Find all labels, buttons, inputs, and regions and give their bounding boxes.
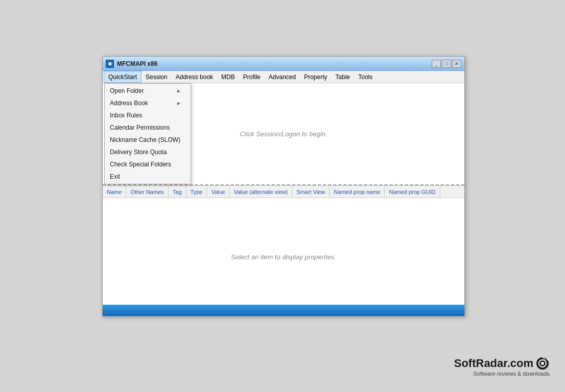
title-bar: ▦ MFCMAPI x86 _ □ ✕ (103, 57, 464, 71)
properties-hint: Select an item to display properties. (231, 253, 336, 261)
menu-quickstart[interactable]: QuickStart Open Folder ▶ Address Book ▶ … (104, 71, 142, 83)
menu-property[interactable]: Property (300, 71, 331, 83)
col-value[interactable]: Value (207, 186, 229, 198)
properties-panel: Name Other Names Tag Type Value (103, 186, 464, 316)
menu-exit[interactable]: Exit (105, 170, 191, 183)
bottom-status-bar (103, 305, 464, 316)
col-value-alt[interactable]: Value (alternate view) (230, 186, 293, 198)
col-smart-view[interactable]: Smart View (292, 186, 329, 198)
menu-calendar-permissions[interactable]: Calendar Permissions (105, 121, 191, 134)
window-title: MFCMAPI x86 (117, 60, 432, 67)
col-named-prop-guid[interactable]: Named prop GUID (385, 186, 440, 198)
svg-point-2 (541, 362, 544, 365)
window-controls: _ □ ✕ (432, 60, 461, 68)
app-icon: ▦ (106, 60, 114, 68)
menu-session[interactable]: Session (142, 71, 172, 83)
submenu-arrow: ▶ (177, 101, 180, 106)
menu-advanced[interactable]: Advanced (265, 71, 300, 83)
col-name[interactable]: Name (103, 186, 126, 198)
close-button[interactable]: ✕ (452, 60, 461, 68)
main-window: ▦ MFCMAPI x86 _ □ ✕ QuickStart Open Fold… (102, 56, 465, 316)
col-tag[interactable]: Tag (169, 186, 186, 198)
menu-address-book-top[interactable]: Address book (172, 71, 217, 83)
menu-mdb[interactable]: MDB (217, 71, 239, 83)
minimize-button[interactable]: _ (432, 60, 441, 68)
page-background: ▦ MFCMAPI x86 _ □ ✕ QuickStart Open Fold… (0, 0, 565, 392)
quickstart-dropdown: Open Folder ▶ Address Book ▶ Inbox Rules… (104, 83, 191, 184)
menu-nickname-cache[interactable]: Nickname Cache (SLOW) (105, 134, 191, 146)
maximize-button[interactable]: □ (442, 60, 451, 68)
softradar-watermark: SoftRadar.com Software reviews & downloa… (454, 356, 550, 377)
menu-tools[interactable]: Tools (354, 71, 376, 83)
softradar-subtitle: Software reviews & downloads (454, 371, 550, 377)
col-type[interactable]: Type (186, 186, 207, 198)
menu-table[interactable]: Table (332, 71, 355, 83)
menu-profile[interactable]: Profile (239, 71, 265, 83)
menu-inbox-rules[interactable]: Inbox Rules (105, 109, 191, 121)
submenu-arrow: ▶ (177, 89, 180, 93)
menu-address-book[interactable]: Address Book ▶ (105, 97, 191, 109)
col-named-prop-name[interactable]: Named prop name (329, 186, 385, 198)
menu-bar: QuickStart Open Folder ▶ Address Book ▶ … (103, 71, 464, 83)
menu-delivery-store-quota[interactable]: Delivery Store Quota (105, 146, 191, 158)
menu-open-folder[interactable]: Open Folder ▶ (105, 85, 191, 97)
softradar-name: SoftRadar.com (454, 357, 533, 370)
col-other-names[interactable]: Other Names (126, 186, 168, 198)
softradar-icon (535, 356, 550, 371)
table-header: Name Other Names Tag Type Value (103, 186, 464, 198)
session-hint: Click Session/Logon to begin. (240, 130, 327, 138)
properties-table-body: Select an item to display properties. (103, 198, 464, 316)
menu-check-special-folders[interactable]: Check Special Folders (105, 158, 191, 170)
